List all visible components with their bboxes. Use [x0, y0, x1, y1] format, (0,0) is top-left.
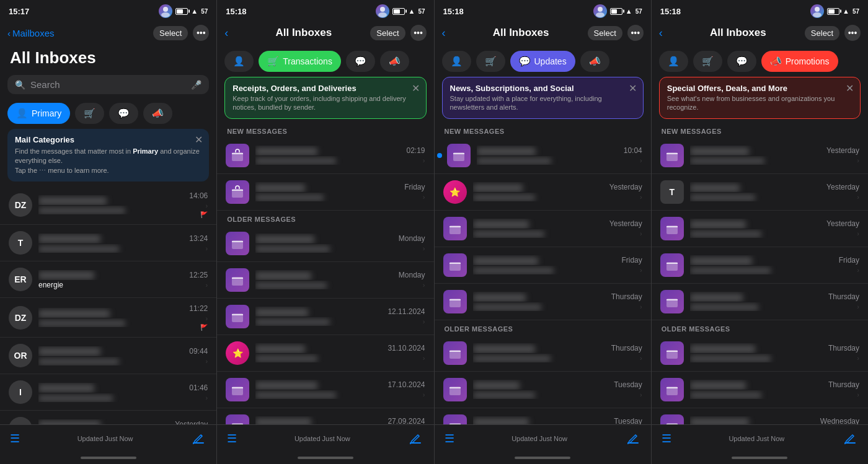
tab-transactions-2[interactable]: 🛒 Transactions [259, 51, 341, 72]
msg-row-2-6[interactable]: ⭐ 31.10.2024 › [217, 335, 433, 372]
search-bar-1[interactable]: 🔍 Search 🎤 [7, 75, 209, 94]
msg-row-4-2[interactable]: T Yesterday › [652, 174, 868, 211]
msg-row-1-1[interactable]: DZ 14:06 › 🚩 [0, 185, 216, 225]
more-button-2[interactable]: ••• [410, 25, 427, 41]
msg-row-3-7[interactable]: Tuesday › [435, 372, 651, 408]
menu-button-3[interactable]: ☰ [445, 432, 454, 445]
msg-row-3-8[interactable]: Tuesday › [435, 408, 651, 424]
msg-content-2-5 [255, 307, 384, 326]
nav-title-3: All Inboxes [454, 27, 588, 39]
msg-row-4-3[interactable]: Yesterday › [652, 211, 868, 247]
msg-row-3-5[interactable]: Thursday › [435, 284, 651, 320]
menu-button-4[interactable]: ☰ [662, 432, 671, 445]
more-button-1[interactable]: ••• [193, 25, 209, 41]
msg-row-3-6[interactable]: Thursday › [435, 335, 651, 372]
chevron-1-3: › [206, 281, 208, 289]
msg-row-2-3[interactable]: Monday › [217, 225, 433, 262]
nav-back-arrow-4[interactable]: ‹ [659, 27, 671, 40]
msg-row-1-6[interactable]: I 01:46 › [0, 374, 216, 411]
msg-row-4-5[interactable]: Thursday › [652, 284, 868, 320]
msg-row-4-4[interactable]: Friday › [652, 247, 868, 284]
tab-chat-1[interactable]: 💬 [109, 103, 138, 124]
msg-row-1-7[interactable]: T 🏆 Yesterday › [0, 411, 216, 424]
msg-row-3-1[interactable]: 10:04 › [435, 138, 651, 174]
tab-chat-4[interactable]: 💬 [727, 51, 756, 72]
msg-row-4-6[interactable]: Thursday › [652, 335, 868, 372]
mail-cat-close[interactable]: ✕ [195, 134, 203, 146]
msg-row-1-5[interactable]: OR 09:44 › [0, 338, 216, 374]
select-button-4[interactable]: Select [805, 26, 839, 40]
msg-content-2-2 [255, 182, 401, 201]
avatar-status-2 [376, 4, 389, 18]
banner-close-3[interactable]: ✕ [629, 82, 637, 94]
tab-promo-3[interactable]: 📣 [580, 51, 609, 72]
menu-button-2[interactable]: ☰ [227, 432, 237, 445]
msg-row-1-3[interactable]: ER energie 12:25 › [0, 261, 216, 298]
msg-row-1-4[interactable]: DZ 11:22 › 🚩 [0, 298, 216, 338]
tab-promo-2[interactable]: 📣 [380, 51, 409, 72]
msg-row-3-4[interactable]: Friday › [435, 247, 651, 284]
panel-title-1: All Inboxes [0, 47, 216, 72]
msg-row-4-7[interactable]: Thursday › [652, 372, 868, 408]
select-button-3[interactable]: Select [588, 26, 622, 40]
tab-people-2[interactable]: 👤 [224, 51, 254, 72]
banner-close-4[interactable]: ✕ [846, 82, 854, 94]
tab-primary-1[interactable]: 👤 Primary [7, 103, 70, 124]
more-button-3[interactable]: ••• [627, 25, 644, 41]
tab-people-4[interactable]: 👤 [659, 51, 688, 72]
panel-4: 15:18 ▲ 57 ‹ All Inboxes Select ••• 👤 [652, 0, 868, 464]
compose-button-4[interactable] [842, 431, 858, 447]
chevron-2-5: › [423, 318, 425, 325]
select-button-1[interactable]: Select [153, 26, 188, 40]
nav-back-arrow-2[interactable]: ‹ [224, 27, 237, 40]
msg-sender-4-8 [690, 416, 817, 424]
compose-button-3[interactable] [625, 431, 641, 447]
tab-cart-4[interactable]: 🛒 [693, 51, 722, 72]
banner-3: News, Subscriptions, and Social Stay upd… [442, 77, 644, 119]
nav-back-arrow-3[interactable]: ‹ [442, 27, 454, 40]
msg-row-4-1[interactable]: Yesterday › [652, 138, 868, 174]
cat-tabs-4: 👤 🛒 💬 📣 Promotions [652, 47, 868, 77]
tab-people-3[interactable]: 👤 [442, 51, 471, 72]
msg-time-2-4: Monday [399, 271, 425, 279]
select-button-2[interactable]: Select [370, 26, 405, 40]
tab-promo-1[interactable]: 📣 [143, 103, 172, 124]
msg-preview-2-7 [255, 390, 384, 399]
msg-list-1: DZ 14:06 › 🚩 T 13:24 [0, 185, 216, 424]
msg-time-4-5: Thursday [828, 292, 859, 301]
msg-content-2-7 [255, 380, 384, 399]
compose-button-1[interactable] [190, 431, 206, 447]
menu-button-1[interactable]: ☰ [10, 432, 20, 445]
bottom-bar-3: ☰ Updated Just Now [435, 424, 651, 452]
nav-back-1[interactable]: ‹ Mailboxes [7, 28, 55, 38]
chevron-1-5: › [206, 357, 208, 365]
msg-row-2-4[interactable]: Monday › [217, 262, 433, 299]
msg-row-2-8[interactable]: 27.09.2024 › [217, 408, 433, 424]
home-indicator-1 [81, 457, 136, 459]
chevron-3-3: › [640, 230, 642, 237]
msg-row-4-8[interactable]: Wednesday › [652, 408, 868, 424]
tab-chat-2[interactable]: 💬 [346, 51, 375, 72]
msg-row-2-2[interactable]: Friday › [217, 174, 433, 211]
msg-sender-4-2 [690, 182, 823, 192]
msg-row-2-5[interactable]: 12.11.2024 › [217, 299, 433, 335]
compose-button-2[interactable] [407, 431, 423, 447]
status-icons-2: ▲ 57 [376, 4, 425, 18]
more-button-4[interactable]: ••• [844, 25, 861, 41]
tab-updates-3[interactable]: 💬 Updates [510, 51, 575, 72]
time-1: 15:17 [9, 7, 29, 16]
msg-row-3-3[interactable]: Yesterday › [435, 211, 651, 247]
svg-point-1 [161, 12, 170, 17]
banner-close-2[interactable]: ✕ [412, 82, 420, 94]
msg-row-1-2[interactable]: T 13:24 › [0, 225, 216, 261]
msg-sender-1-2 [38, 234, 185, 243]
tab-cart-1[interactable]: 🛒 [75, 103, 104, 124]
msg-row-2-1[interactable]: 02:19 › [217, 138, 433, 174]
updated-text-1: Updated Just Now [78, 435, 133, 442]
msg-time-4-3: Yesterday [826, 219, 859, 228]
tab-cart-3[interactable]: 🛒 [476, 51, 505, 72]
msg-row-2-7[interactable]: 17.10.2024 › [217, 372, 433, 408]
tab-promotions-4[interactable]: 📣 Promotions [761, 51, 838, 72]
avatar-store-3-6 [443, 341, 467, 365]
msg-row-3-2[interactable]: ⭐ Yesterday › [435, 174, 651, 211]
